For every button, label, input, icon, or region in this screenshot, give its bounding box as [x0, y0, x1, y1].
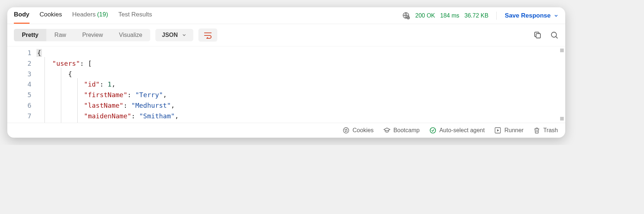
- scroll-marker: [560, 117, 564, 121]
- tab-headers-count: (19): [97, 11, 108, 18]
- json-value: 1: [108, 80, 112, 88]
- json-value: "Medhurst": [131, 102, 171, 109]
- response-tabs-row: Body Cookies Headers (19) Test Results 2…: [7, 7, 565, 24]
- status-time: 184 ms: [440, 12, 459, 19]
- svg-line-6: [556, 37, 558, 38]
- footer-trash-label: Trash: [543, 127, 558, 134]
- code-line: "id": 1,: [36, 79, 565, 90]
- brace: {: [68, 70, 72, 78]
- trash-icon: [533, 127, 540, 134]
- footer-bootcamp[interactable]: Bootcamp: [383, 127, 420, 134]
- svg-point-10: [345, 131, 346, 132]
- view-raw[interactable]: Raw: [46, 29, 74, 41]
- graduation-cap-icon: [383, 127, 391, 134]
- tab-test-results[interactable]: Test Results: [118, 11, 152, 24]
- code-line: {: [36, 69, 565, 80]
- scroll-marker: [560, 49, 564, 52]
- svg-rect-4: [536, 34, 540, 38]
- line-number: 2: [7, 58, 31, 69]
- footer-cookies-label: Cookies: [353, 127, 374, 134]
- view-pretty[interactable]: Pretty: [14, 29, 46, 41]
- json-key: "id": [84, 80, 100, 88]
- status-bar: Cookies Bootcamp Auto-select agent Runne…: [7, 123, 565, 138]
- wrap-icon: [203, 31, 212, 39]
- view-preview[interactable]: Preview: [74, 29, 111, 41]
- response-tabs: Body Cookies Headers (19) Test Results: [14, 11, 152, 24]
- svg-point-7: [343, 128, 349, 133]
- tab-body[interactable]: Body: [14, 11, 30, 24]
- chevron-down-icon: [554, 13, 559, 18]
- json-value: "Terry": [135, 91, 163, 99]
- json-value: "Smitham": [139, 112, 175, 120]
- copy-icon[interactable]: [533, 31, 542, 39]
- svg-point-5: [551, 32, 556, 37]
- line-number: 7: [7, 111, 31, 122]
- toolbar-right: [533, 31, 559, 39]
- line-number: 6: [7, 100, 31, 111]
- status-code: 200 OK: [415, 12, 435, 19]
- svg-point-9: [346, 129, 347, 130]
- json-key: "maidenName": [84, 112, 131, 120]
- play-square-icon: [494, 127, 501, 134]
- network-icon[interactable]: [402, 12, 410, 20]
- line-number: 4: [7, 79, 31, 90]
- line-gutter: 1 2 3 4 5 6 7: [7, 46, 36, 123]
- footer-runner[interactable]: Runner: [494, 127, 523, 134]
- code-line: "lastName": "Medhurst",: [36, 100, 565, 111]
- check-circle-icon: [429, 127, 437, 134]
- code-column: { "users": [ { "id": 1, "firstName": "Te…: [36, 46, 565, 123]
- cookie-icon: [342, 127, 350, 134]
- brace: {: [36, 49, 42, 57]
- chevron-down-icon: [182, 33, 187, 38]
- json-punc: : [: [80, 60, 92, 67]
- tab-body-label: Body: [14, 11, 30, 18]
- code-view[interactable]: 1 2 3 4 5 6 7 { "users": [ { "id": 1, "f…: [7, 46, 565, 123]
- footer-cookies[interactable]: Cookies: [342, 127, 374, 134]
- status-group: 200 OK 184 ms 36.72 KB: [402, 12, 489, 20]
- tab-test-results-label: Test Results: [118, 11, 152, 18]
- footer-auto-select-agent[interactable]: Auto-select agent: [429, 127, 485, 134]
- format-select[interactable]: JSON: [155, 29, 193, 41]
- tab-headers-label: Headers: [72, 11, 96, 18]
- code-line: "maidenName": "Smitham",: [36, 111, 565, 122]
- json-key: "lastName": [84, 102, 123, 109]
- view-visualize[interactable]: Visualize: [111, 29, 150, 41]
- view-mode-segment: Pretty Raw Preview Visualize: [14, 29, 150, 41]
- json-key: "firstName": [84, 91, 127, 99]
- body-toolbar: Pretty Raw Preview Visualize JSON: [7, 24, 565, 46]
- line-number: 3: [7, 69, 31, 80]
- svg-point-8: [345, 130, 345, 130]
- svg-point-12: [430, 128, 435, 133]
- footer-auto-label: Auto-select agent: [439, 127, 485, 134]
- footer-runner-label: Runner: [504, 127, 523, 134]
- tab-cookies-label: Cookies: [40, 11, 62, 18]
- tab-cookies[interactable]: Cookies: [40, 11, 62, 24]
- response-panel: Body Cookies Headers (19) Test Results 2…: [7, 7, 565, 138]
- divider: [496, 12, 497, 20]
- svg-point-11: [346, 131, 347, 131]
- search-icon[interactable]: [550, 31, 559, 39]
- status-size: 36.72 KB: [464, 12, 488, 19]
- json-key: "users": [52, 60, 80, 67]
- save-response-button[interactable]: Save Response: [505, 12, 559, 19]
- footer-trash[interactable]: Trash: [533, 127, 558, 134]
- response-meta: 200 OK 184 ms 36.72 KB Save Response: [402, 12, 559, 23]
- tab-headers[interactable]: Headers (19): [72, 11, 108, 24]
- save-response-label: Save Response: [505, 12, 551, 19]
- line-number: 1: [7, 48, 31, 58]
- format-select-label: JSON: [162, 32, 178, 38]
- line-number: 5: [7, 90, 31, 100]
- code-line: {: [36, 48, 565, 58]
- code-line: "firstName": "Terry",: [36, 90, 565, 100]
- wrap-lines-button[interactable]: [198, 28, 217, 42]
- code-line: "users": [: [36, 58, 565, 69]
- footer-bootcamp-label: Bootcamp: [393, 127, 420, 134]
